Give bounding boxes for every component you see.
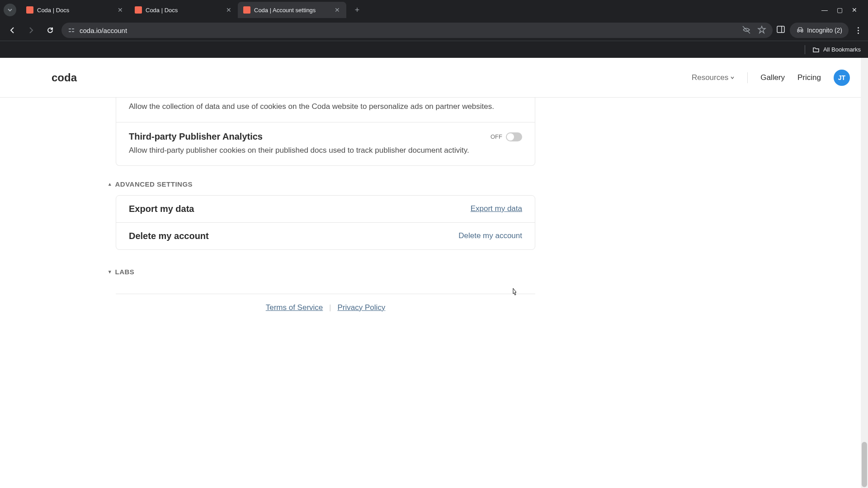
export-data-link[interactable]: Export my data [471,204,522,213]
arrow-left-icon [8,26,16,34]
setting-item: Third-party Publisher Analytics OFF Allo… [116,122,535,165]
export-data-row: Export my data Export my data [116,196,535,223]
favicon-icon [135,6,142,14]
favicon-icon [243,6,250,14]
chevron-down-icon [7,7,13,13]
tab-bar: Coda | Docs ✕ Coda | Docs ✕ Coda | Accou… [0,0,868,20]
section-label: ADVANCED SETTINGS [115,180,193,188]
export-data-label: Export my data [129,204,194,214]
reload-button[interactable] [42,23,58,38]
all-bookmarks-label: All Bookmarks [823,46,861,53]
svg-rect-4 [777,26,784,33]
favicon-icon [26,6,33,14]
setting-description: Allow third-party publisher cookies on t… [129,145,522,156]
delete-account-label: Delete my account [129,231,209,241]
maximize-button[interactable]: ▢ [837,6,843,14]
scrollbar-thumb[interactable] [862,442,867,487]
divider: | [329,304,331,312]
forward-button[interactable] [24,23,39,38]
chevron-down-icon [730,75,735,80]
setting-description: Allow the collection of data and use of … [116,98,535,122]
svg-rect-0 [69,28,71,29]
incognito-icon [796,26,804,34]
eye-off-icon[interactable] [742,25,751,36]
privacy-settings-card: Allow the collection of data and use of … [116,98,535,166]
scrollbar-track[interactable] [861,58,868,488]
labs-header[interactable]: ▾ LABS [108,268,535,276]
delete-account-row: Delete my account Delete my account [116,223,535,249]
svg-rect-2 [69,31,71,32]
minimize-button[interactable]: — [821,6,828,14]
side-panel-icon[interactable] [776,25,785,36]
header-nav: Resources Gallery Pricing JT [692,70,850,86]
settings-container: Allow the collection of data and use of … [116,98,535,321]
new-tab-button[interactable]: + [351,4,363,16]
url-text: coda.io/account [80,27,127,34]
nav-resources[interactable]: Resources [692,73,735,82]
privacy-policy-link[interactable]: Privacy Policy [337,303,385,312]
site-info-icon[interactable] [68,27,75,34]
reload-icon [46,26,54,34]
search-tabs-button[interactable] [4,4,16,16]
bookmark-star-icon[interactable] [757,25,766,36]
arrow-right-icon [27,26,35,34]
tab-close-button[interactable]: ✕ [117,6,124,14]
bookmarks-bar: All Bookmarks [0,41,868,58]
browser-chrome: Coda | Docs ✕ Coda | Docs ✕ Coda | Accou… [0,0,868,58]
toolbar-icons: Incognito (2) [776,23,863,38]
svg-rect-3 [72,31,74,32]
browser-menu-button[interactable] [853,27,863,34]
avatar[interactable]: JT [834,70,850,86]
divider [747,72,748,83]
nav-pricing[interactable]: Pricing [797,73,821,82]
divider [805,45,805,54]
tab-close-button[interactable]: ✕ [225,6,232,14]
chevron-up-icon: ▴ [108,181,112,187]
tab-title: Coda | Docs [37,7,113,14]
footer-links: Terms of Service | Privacy Policy [116,294,535,321]
all-bookmarks-button[interactable]: All Bookmarks [812,46,861,53]
nav-gallery[interactable]: Gallery [760,73,785,82]
delete-account-link[interactable]: Delete my account [458,231,522,240]
chevron-down-icon: ▾ [108,269,112,275]
svg-rect-1 [72,28,74,29]
coda-logo[interactable]: coda [52,71,77,84]
window-controls: — ▢ ✕ [821,6,864,14]
browser-tab[interactable]: Coda | Account settings ✕ [238,2,346,18]
folder-icon [812,46,820,53]
address-bar[interactable]: coda.io/account [61,23,773,38]
third-party-analytics-toggle[interactable] [506,132,522,141]
page-header: coda Resources Gallery Pricing JT [0,58,868,98]
browser-tab[interactable]: Coda | Docs ✕ [129,2,238,18]
tab-title: Coda | Account settings [254,7,330,14]
back-button[interactable] [5,23,20,38]
tab-close-button[interactable]: ✕ [334,6,341,14]
advanced-settings-header[interactable]: ▴ ADVANCED SETTINGS [108,180,535,188]
toggle-state-label: OFF [491,133,502,140]
address-bar-actions [742,25,766,36]
incognito-badge[interactable]: Incognito (2) [790,23,849,38]
incognito-label: Incognito (2) [807,27,842,34]
browser-tab[interactable]: Coda | Docs ✕ [21,2,129,18]
tab-title: Coda | Docs [146,7,222,14]
terms-of-service-link[interactable]: Terms of Service [266,303,323,312]
address-bar-row: coda.io/account Incognito (2) [0,20,868,41]
close-window-button[interactable]: ✕ [852,6,857,14]
setting-title: Third-party Publisher Analytics [129,131,263,142]
advanced-settings-card: Export my data Export my data Delete my … [116,195,535,250]
section-label: LABS [115,268,135,276]
page-content: coda Resources Gallery Pricing JT Allow … [0,58,868,488]
toggle-wrap: OFF [491,132,522,141]
